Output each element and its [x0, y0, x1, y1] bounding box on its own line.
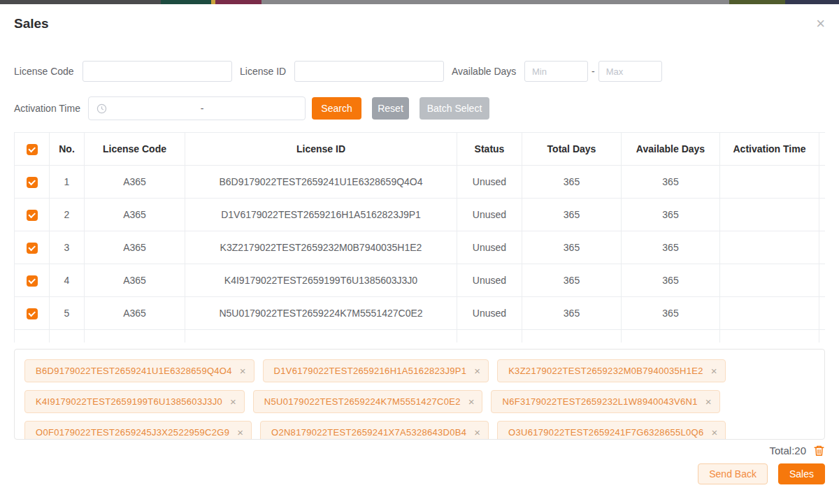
license-table-body: 1A365B6D9179022TEST2659241U1E6328659Q4O4… [15, 166, 826, 343]
table-row: 2A365D1V6179022TEST2659216H1A5162823J9P1… [15, 199, 826, 231]
cell-available-days: 365 [622, 231, 720, 264]
activation-time-range-picker[interactable]: - [88, 96, 306, 120]
batch-select-button[interactable]: Batch Select [420, 97, 489, 120]
tag-label: O3U6179022TEST2659241F7G6328655L0Q6 [508, 427, 703, 438]
tag-label: B6D9179022TEST2659241U1E6328659Q4O4 [36, 366, 232, 376]
tag-label: N5U0179022TEST2659224K7M5551427C0E2 [264, 396, 461, 407]
empty-cell [720, 330, 819, 343]
empty-cell [522, 330, 622, 343]
cell-license-code: A365 [85, 199, 185, 231]
selected-license-tag: D1V6179022TEST2659216H1A5162823J9P1× [263, 359, 489, 382]
filter-row-2: Activation Time - Search Reset Batch Sel… [14, 96, 825, 120]
available-days-min-input[interactable] [524, 61, 588, 82]
license-table: No. License Code License ID Status Total… [14, 132, 825, 343]
cell-license-code: A365 [85, 166, 185, 199]
empty-cell [85, 330, 185, 343]
selected-tags-box: B6D9179022TEST2659241U1E6328659Q4O4×D1V6… [14, 349, 825, 440]
table-row: 3A365K3Z2179022TEST2659232M0B7940035H1E2… [15, 231, 826, 264]
sales-button[interactable]: Sales [778, 463, 825, 484]
tag-label: O0F0179022TEST2659245J3X2522959C2G9 [36, 427, 229, 438]
cell-license-id: D1V6179022TEST2659216H1A5162823J9P1 [185, 199, 457, 231]
row-checkbox[interactable] [27, 243, 38, 254]
empty-cell [185, 330, 457, 343]
cell-available-days: 365 [622, 166, 720, 199]
header-status: Status [457, 133, 522, 166]
row-checkbox[interactable] [27, 275, 38, 287]
close-icon[interactable]: × [816, 16, 825, 31]
cell-activation-time [720, 166, 819, 199]
tag-close-icon[interactable]: × [237, 427, 243, 438]
gutter-cell [819, 231, 826, 264]
tag-close-icon[interactable]: × [711, 366, 717, 376]
row-checkbox[interactable] [27, 177, 38, 188]
tag-label: O2N8179022TEST2659241X7A5328643D0B4 [271, 427, 466, 438]
tag-close-icon[interactable]: × [468, 396, 475, 407]
cell-status: Unused [457, 297, 522, 330]
cell-no: 2 [50, 199, 85, 231]
tag-close-icon[interactable]: × [711, 427, 717, 438]
tag-label: K4I9179022TEST2659199T6U1385603J3J0 [36, 396, 222, 407]
tag-close-icon[interactable]: × [240, 366, 246, 376]
header-license-code: License Code [85, 133, 185, 166]
cell-status: Unused [457, 264, 522, 297]
license-code-input[interactable] [83, 61, 232, 82]
cell-license-code: A365 [85, 264, 185, 297]
tag-close-icon[interactable]: × [230, 396, 236, 407]
empty-cell [819, 330, 826, 343]
empty-cell [457, 330, 522, 343]
row-checkbox-cell [15, 231, 50, 264]
available-days-max-input[interactable] [598, 61, 662, 82]
select-all-cell [15, 133, 50, 166]
cell-activation-time [720, 297, 819, 330]
sales-modal: × Sales License Code License ID Availabl… [0, 4, 839, 484]
header-activation-time: Activation Time [720, 133, 819, 166]
tag-label: N6F3179022TEST2659232L1W8940043V6N1 [502, 396, 697, 407]
cell-no: 3 [50, 231, 85, 264]
row-checkbox-cell [15, 199, 50, 231]
cell-available-days: 365 [622, 297, 720, 330]
action-buttons: Send Back Sales [14, 463, 825, 484]
total-row: Total:20 [14, 445, 825, 456]
cell-total-days: 365 [522, 166, 622, 199]
license-id-input[interactable] [294, 61, 444, 82]
tag-close-icon[interactable]: × [474, 366, 480, 376]
gutter-cell [819, 199, 826, 231]
date-range-separator: - [107, 103, 297, 114]
tag-close-icon[interactable]: × [474, 427, 480, 438]
select-all-checkbox[interactable] [27, 144, 38, 155]
row-checkbox-cell [15, 297, 50, 330]
clear-all-button[interactable] [813, 445, 825, 456]
cell-total-days: 365 [522, 264, 622, 297]
table-row: 4A365K4I9179022TEST2659199T6U1385603J3J0… [15, 264, 826, 297]
tag-close-icon[interactable]: × [705, 396, 712, 407]
row-checkbox-cell [15, 264, 50, 297]
cell-total-days: 365 [522, 297, 622, 330]
tag-label: D1V6179022TEST2659216H1A5162823J9P1 [274, 366, 467, 376]
header-license-id: License ID [185, 133, 457, 166]
selected-license-tag: O3U6179022TEST2659241F7G6328655L0Q6× [497, 421, 726, 440]
row-checkbox-cell [15, 166, 50, 199]
send-back-button[interactable]: Send Back [698, 463, 768, 484]
reset-button[interactable]: Reset [372, 97, 409, 120]
cell-total-days: 365 [522, 199, 622, 231]
cell-license-id: K3Z2179022TEST2659232M0B7940035H1E2 [185, 231, 457, 264]
table-row-partial [15, 330, 826, 343]
selected-license-tag: N5U0179022TEST2659224K7M5551427C0E2× [253, 390, 483, 413]
cell-available-days: 365 [622, 264, 720, 297]
table-row: 5A365N5U0179022TEST2659224K7M5551427C0E2… [15, 297, 826, 330]
tag-label: K3Z2179022TEST2659232M0B7940035H1E2 [508, 366, 703, 376]
search-button[interactable]: Search [312, 97, 361, 120]
activation-time-label: Activation Time [14, 103, 88, 114]
selected-license-tag: K3Z2179022TEST2659232M0B7940035H1E2× [497, 359, 725, 382]
gutter-cell [819, 297, 826, 330]
empty-cell [50, 330, 85, 343]
cell-license-code: A365 [85, 231, 185, 264]
license-code-label: License Code [14, 66, 83, 77]
cell-activation-time [720, 199, 819, 231]
selected-license-tag: O0F0179022TEST2659245J3X2522959C2G9× [24, 421, 252, 440]
cell-no: 4 [50, 264, 85, 297]
row-checkbox[interactable] [27, 210, 38, 221]
header-no: No. [50, 133, 85, 166]
row-checkbox[interactable] [27, 308, 38, 319]
license-id-label: License ID [240, 66, 294, 77]
